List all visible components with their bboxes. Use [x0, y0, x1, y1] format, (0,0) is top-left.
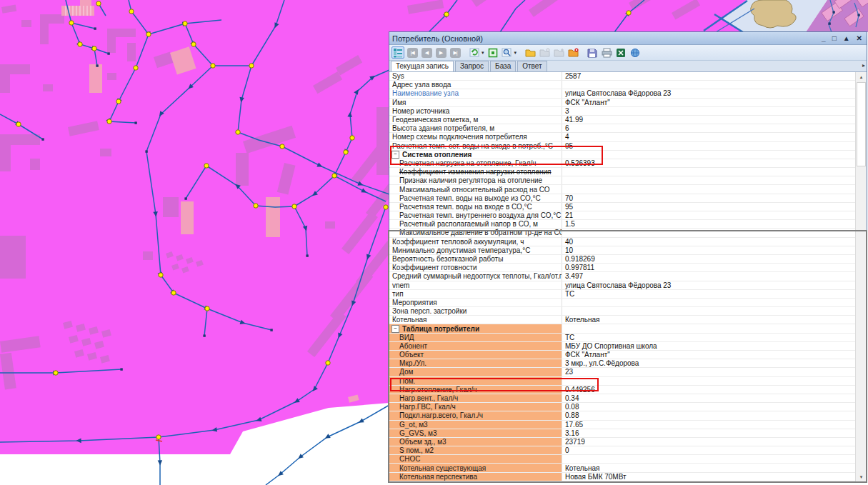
grid-row-value[interactable]: 2587 — [562, 72, 867, 80]
form-view-icon[interactable] — [391, 46, 404, 59]
save-icon[interactable] — [586, 46, 599, 59]
first-record-button[interactable]: |◀ — [406, 46, 419, 59]
grid-row[interactable]: Средний суммарный недоотпуск теплоты, Гк… — [389, 272, 867, 281]
grid-row[interactable]: Нагр.ГВС, Гкал/ч0.08 — [389, 403, 867, 411]
grid-row[interactable]: Подкл.нагр.всего, Гкал./ч0.88 — [389, 411, 867, 420]
grid-row[interactable]: Расчетная темп. воды на выходе из СО,°С7… — [389, 194, 867, 203]
prev-record-button[interactable]: ◀ — [420, 46, 433, 59]
folder-new-icon[interactable] — [524, 46, 537, 59]
grid-row-value[interactable]: 21 — [562, 211, 867, 219]
grid-row[interactable]: Котельная существующаяКотельная — [389, 464, 867, 472]
grid-row-value[interactable]: ФСК "Атлант" — [562, 351, 867, 359]
grid-section-row[interactable]: −Таблица потребители — [389, 324, 867, 333]
folder-edit-icon[interactable] — [538, 46, 551, 59]
grid-row[interactable]: Расчетная темп. сет. воды на входе в пот… — [389, 142, 867, 151]
grid-row-value[interactable]: 23 — [562, 368, 867, 376]
search-dropdown-icon[interactable]: ▾ — [514, 50, 517, 56]
grid-row[interactable]: Расчетная темп. внутреннего воздуха для … — [389, 211, 867, 220]
grid-section-row[interactable]: −Система отопления — [389, 151, 867, 159]
grid-row[interactable]: КотельнаяКотельная — [389, 316, 867, 324]
grid-row-value[interactable]: ТС — [562, 334, 867, 341]
grid-row-value[interactable]: 0.449256 — [562, 386, 867, 394]
grid-row-value[interactable]: 4 — [562, 133, 867, 141]
web-export-icon[interactable] — [629, 46, 642, 59]
grid-row-value[interactable] — [562, 185, 867, 193]
grid-row-value[interactable] — [562, 229, 867, 236]
grid-row-value[interactable]: 0.88 — [562, 411, 867, 419]
grid-row-value[interactable]: 40 — [562, 238, 867, 246]
grid-row-value[interactable] — [562, 81, 867, 89]
minimize-button[interactable]: _ — [822, 35, 826, 42]
grid-row[interactable]: Коэффициент готовности0.997811 — [389, 264, 867, 272]
grid-row[interactable]: Вероятность безотказной работы0.918269 — [389, 255, 867, 264]
print-icon[interactable] — [600, 46, 613, 59]
grid-row[interactable]: Номер источника3 — [389, 107, 867, 116]
grid-row[interactable]: Нагр.потери в сетях Аб, Гкал/ч0.01 — [389, 481, 867, 482]
grid-row-value[interactable] — [562, 151, 867, 159]
view-box-icon[interactable] — [487, 46, 499, 59]
collapse-icon[interactable]: − — [391, 151, 399, 159]
grid-row-value[interactable]: улица Святослава Фёдорова 23 — [562, 89, 867, 97]
rollup-button[interactable]: ▲ — [843, 35, 850, 42]
grid-row[interactable]: vnemулица Святослава Фёдорова 23 — [389, 281, 867, 290]
grid-row-value[interactable]: 10 — [562, 246, 867, 254]
grid-row[interactable]: Пом. — [389, 377, 867, 386]
grid-row-value[interactable] — [562, 307, 867, 315]
grid-row[interactable]: Sys2587 — [389, 72, 867, 81]
grid-row[interactable]: Расчетный располагаемый напор в СО, м1.5 — [389, 220, 867, 229]
grid-row[interactable]: Номер схемы подключения потребителя4 — [389, 133, 867, 141]
refresh-dropdown-icon[interactable]: ▾ — [482, 50, 484, 56]
grid-row-value[interactable]: 0.01 — [562, 481, 867, 482]
grid-row-value[interactable]: 17.65 — [562, 421, 867, 429]
grid-row-value[interactable]: 3 — [562, 107, 867, 115]
window-titlebar[interactable]: Потребитель (Основной) _ □ ▲ ✕ — [389, 32, 867, 45]
grid-row-value[interactable] — [562, 176, 867, 184]
grid-row-value[interactable]: 70 — [562, 194, 867, 202]
grid-row-value[interactable]: 0.918269 — [562, 255, 867, 263]
grid-row-value[interactable] — [562, 299, 867, 306]
grid-row[interactable]: S пом., м20 — [389, 446, 867, 455]
grid-row[interactable]: G_GVS, м33.16 — [389, 429, 867, 438]
grid-row-value[interactable]: 41.99 — [562, 116, 867, 124]
close-button[interactable]: ✕ — [857, 35, 862, 42]
grid-row[interactable]: Высота здания потребителя, м6 — [389, 124, 867, 133]
grid-row[interactable]: Объем зд., м323719 — [389, 438, 867, 446]
grid-row-value[interactable]: 6 — [562, 124, 867, 132]
grid-row-value[interactable]: Котельная — [562, 316, 867, 324]
tab-overflow-button[interactable]: ▸ — [862, 62, 865, 69]
next-record-button[interactable]: ▶ — [434, 46, 447, 59]
grid-row[interactable]: Нагр.отопление, Гкал/ч0.449256 — [389, 386, 867, 394]
grid-row[interactable]: Максимальное давление в обратном тр-де н… — [389, 229, 867, 237]
grid-row[interactable]: Зона персп. застройки — [389, 307, 867, 316]
grid-row-value[interactable]: 3.497 — [562, 272, 867, 280]
grid-row-value[interactable]: МБУ ДО Спортивная школа — [562, 342, 867, 350]
grid-row[interactable]: Расчетная нагрузка на отопление, Гкал/ч0… — [389, 159, 867, 168]
grid-row-value[interactable]: Новая БМК 70МВт — [562, 473, 867, 481]
grid-row[interactable]: АбонентМБУ ДО Спортивная школа — [389, 342, 867, 351]
grid-row-value[interactable]: ТС — [562, 290, 867, 298]
grid-row[interactable]: Дом23 — [389, 368, 867, 376]
grid-row-value[interactable] — [562, 324, 867, 332]
grid-row-value[interactable]: Котельная — [562, 464, 867, 471]
grid-row-value[interactable]: улица Святослава Фёдорова 23 — [562, 281, 867, 289]
grid-row[interactable]: Геодезическая отметка, м41.99 — [389, 116, 867, 124]
grid-row-value[interactable]: 0.08 — [562, 403, 867, 411]
grid-row[interactable]: ВИДТС — [389, 334, 867, 342]
grid-row-value[interactable]: 3 мкр., ул.С.Фёдорова — [562, 359, 867, 367]
grid-row-value[interactable]: 1.5 — [562, 220, 867, 228]
grid-row[interactable]: СНОС — [389, 455, 867, 464]
grid-row[interactable]: G_ot, м317.65 — [389, 421, 867, 429]
grid-row-value[interactable]: 0.997811 — [562, 264, 867, 271]
refresh-icon[interactable] — [468, 46, 481, 59]
tab-current-record[interactable]: Текущая запись — [391, 61, 454, 71]
scrollbar-thumb[interactable] — [857, 82, 866, 166]
grid-row[interactable]: ИмяФСК "Атлант" — [389, 99, 867, 107]
grid-row-value[interactable] — [562, 168, 867, 176]
grid-row-value[interactable]: 95 — [562, 142, 867, 150]
grid-row-value[interactable]: 0 — [562, 446, 867, 454]
grid-row-value[interactable] — [562, 455, 867, 463]
tab-base[interactable]: База — [490, 61, 516, 71]
folder-delete-icon[interactable] — [567, 46, 579, 59]
grid-row[interactable]: Коэффициент изменения нагрузки отопления — [389, 168, 867, 176]
scroll-up-icon[interactable]: ▴ — [856, 72, 867, 82]
